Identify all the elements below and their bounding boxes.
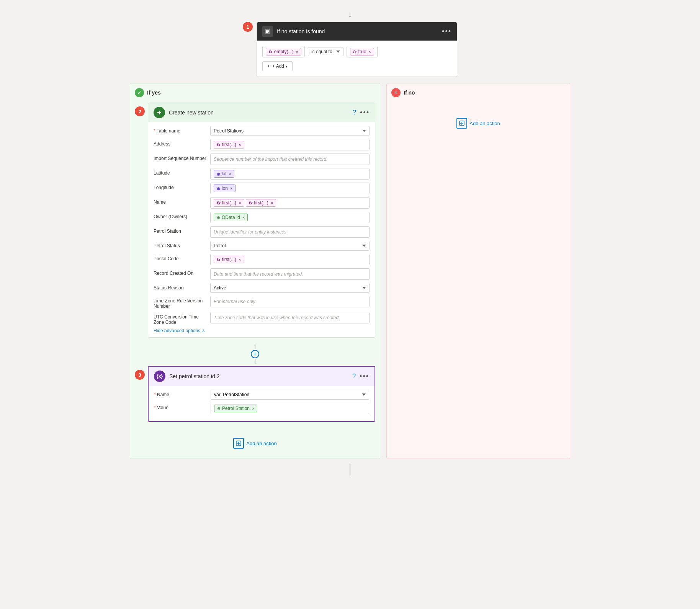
add-chevron-icon: ▾ bbox=[286, 64, 288, 69]
latitude-row: Latitude ◉ lat × bbox=[154, 168, 370, 180]
create-station-help-button[interactable]: ? bbox=[353, 109, 356, 116]
condition-add-icon: + bbox=[267, 64, 270, 69]
var-name-label: Name bbox=[154, 390, 208, 397]
postal-code-row: Postal Code fx first(...) × bbox=[154, 254, 370, 265]
owner-row: Owner (Owners) ⊕ OData Id × bbox=[154, 212, 370, 223]
condition-more-button[interactable]: ••• bbox=[442, 28, 451, 36]
create-station-more-button[interactable]: ••• bbox=[360, 109, 370, 117]
condition-right-token-wrap: fx true × bbox=[347, 46, 378, 57]
hide-advanced-button[interactable]: Hide advanced options ∧ bbox=[154, 328, 205, 333]
condition-left-token: fx empty(...) × bbox=[266, 48, 301, 56]
bottom-connector-line bbox=[350, 464, 350, 475]
step-badge-3: 3 bbox=[135, 370, 145, 380]
top-arrow: ↓ bbox=[15, 11, 685, 19]
longitude-row: Longitude ◉ lon × bbox=[154, 183, 370, 194]
set-variable-more-button[interactable]: ••• bbox=[360, 372, 369, 380]
name-token-2: fx first(...) × bbox=[246, 199, 276, 207]
condition-row: fx empty(...) × is equal to fx true × bbox=[262, 46, 451, 57]
branch-yes-header: ✓ If yes bbox=[135, 88, 375, 97]
set-variable-title: Set petrol station id 2 bbox=[169, 373, 348, 379]
connector-plus-1[interactable]: + bbox=[251, 350, 259, 358]
utc-input[interactable]: Time zone code that was in use when the … bbox=[210, 312, 370, 323]
petrol-status-select[interactable]: Petrol bbox=[210, 241, 370, 251]
step-badge-1: 1 bbox=[243, 22, 253, 32]
petrol-station-label: Petrol Station bbox=[154, 226, 207, 234]
postal-code-input-wrap[interactable]: fx first(...) × bbox=[210, 254, 370, 265]
create-station-title: Create new station bbox=[169, 109, 349, 116]
branch-no-add-action-wrapper: Add an action bbox=[391, 113, 565, 134]
record-created-input[interactable]: Date and time that the record was migrat… bbox=[210, 268, 370, 280]
set-variable-body: Name var_PetrolStation Value ⊕ Pe bbox=[149, 386, 375, 421]
set-variable-help-button[interactable]: ? bbox=[352, 373, 356, 380]
condition-right-token-close[interactable]: × bbox=[368, 49, 371, 54]
condition-right-token: fx true × bbox=[350, 48, 374, 56]
step-badge-2: 2 bbox=[135, 106, 145, 116]
create-station-header: Create new station ? ••• bbox=[148, 103, 375, 122]
address-token-close[interactable]: × bbox=[239, 142, 241, 147]
name-row: Name fx first(...) × fx first(...) bbox=[154, 197, 370, 209]
add-action-bottom-wrapper: Add an action bbox=[135, 433, 375, 454]
var-value-token: ⊕ Petrol Station × bbox=[214, 405, 257, 412]
latitude-input-wrap[interactable]: ◉ lat × bbox=[210, 168, 370, 180]
owner-input-wrap[interactable]: ⊕ OData Id × bbox=[210, 212, 370, 223]
condition-header: If no station is found ••• bbox=[257, 22, 457, 41]
connector-line-1 bbox=[255, 345, 255, 349]
create-station-icon bbox=[154, 107, 165, 118]
branch-yes: ✓ If yes 2 Cre bbox=[130, 83, 380, 459]
utc-row: UTC Conversion Time Zone Code Time zone … bbox=[154, 312, 370, 325]
postal-code-token: fx first(...) × bbox=[214, 256, 244, 263]
branch-no-add-action-button[interactable]: Add an action bbox=[456, 116, 500, 130]
condition-operator-select[interactable]: is equal to bbox=[308, 47, 343, 56]
var-name-select[interactable]: var_PetrolStation bbox=[211, 390, 369, 400]
canvas: ↓ 1 If no station is found ••• bbox=[0, 0, 700, 609]
status-reason-label: Status Reason bbox=[154, 283, 207, 291]
utc-label: UTC Conversion Time Zone Code bbox=[154, 312, 207, 325]
var-value-token-close[interactable]: × bbox=[252, 406, 254, 411]
address-row: Address fx first(...) × bbox=[154, 139, 370, 150]
address-input-wrap[interactable]: fx first(...) × bbox=[210, 139, 370, 150]
var-value-label: Value bbox=[154, 403, 208, 410]
branch-yes-icon: ✓ bbox=[135, 88, 144, 97]
condition-left-token-close[interactable]: × bbox=[296, 49, 298, 54]
petrol-station-input[interactable]: Unique identifier for entity instances bbox=[210, 226, 370, 238]
import-seq-row: Import Sequence Number Sequence number o… bbox=[154, 153, 370, 165]
var-value-input-wrap[interactable]: ⊕ Petrol Station × bbox=[211, 403, 369, 414]
branch-no-label: If no bbox=[404, 90, 415, 96]
longitude-token: ◉ lon × bbox=[214, 184, 236, 192]
postal-code-label: Postal Code bbox=[154, 254, 207, 261]
name-input-wrap[interactable]: fx first(...) × fx first(...) × bbox=[210, 197, 370, 209]
create-station-card: Create new station ? ••• Table name Petr… bbox=[148, 103, 375, 338]
record-created-row: Record Created On Date and time that the… bbox=[154, 268, 370, 280]
petrol-station-row: Petrol Station Unique identifier for ent… bbox=[154, 226, 370, 238]
timezone-rule-input[interactable]: For internal use only. bbox=[210, 296, 370, 307]
import-seq-input[interactable]: Sequence number of the import that creat… bbox=[210, 153, 370, 165]
longitude-token-close[interactable]: × bbox=[230, 186, 232, 191]
record-created-label: Record Created On bbox=[154, 268, 207, 276]
postal-code-token-close[interactable]: × bbox=[239, 257, 241, 262]
status-reason-select[interactable]: Active bbox=[210, 283, 370, 293]
create-station-wrapper: 2 Create new station ? ••• bbox=[135, 103, 375, 342]
petrol-status-label: Petrol Status bbox=[154, 241, 207, 248]
condition-icon bbox=[262, 26, 273, 37]
latitude-token-close[interactable]: × bbox=[229, 171, 231, 176]
name-token-1-close[interactable]: × bbox=[239, 201, 241, 205]
name-label: Name bbox=[154, 197, 207, 205]
owner-token-close[interactable]: × bbox=[242, 215, 245, 220]
create-station-body: Table name Petrol Stations Address fx bbox=[148, 122, 375, 337]
var-value-row: Value ⊕ Petrol Station × bbox=[154, 403, 369, 414]
name-token-2-close[interactable]: × bbox=[271, 201, 273, 205]
branch-no-header: ✕ If no bbox=[391, 88, 565, 97]
connector-1: + bbox=[135, 345, 375, 364]
set-variable-wrapper: 3 {x} Set petrol station id 2 ? ••• Name bbox=[135, 366, 375, 426]
status-reason-row: Status Reason Active bbox=[154, 283, 370, 293]
add-action-bottom-button[interactable]: Add an action bbox=[233, 436, 277, 450]
branch-no-add-action-icon bbox=[456, 118, 467, 129]
address-label: Address bbox=[154, 139, 207, 147]
set-variable-header: {x} Set petrol station id 2 ? ••• bbox=[149, 367, 375, 386]
latitude-token: ◉ lat × bbox=[214, 170, 234, 178]
longitude-input-wrap[interactable]: ◉ lon × bbox=[210, 183, 370, 194]
condition-add-button[interactable]: + + Add ▾ bbox=[262, 61, 293, 71]
table-name-select[interactable]: Petrol Stations bbox=[210, 126, 370, 136]
petrol-status-row: Petrol Status Petrol bbox=[154, 241, 370, 251]
table-name-row: Table name Petrol Stations bbox=[154, 126, 370, 136]
